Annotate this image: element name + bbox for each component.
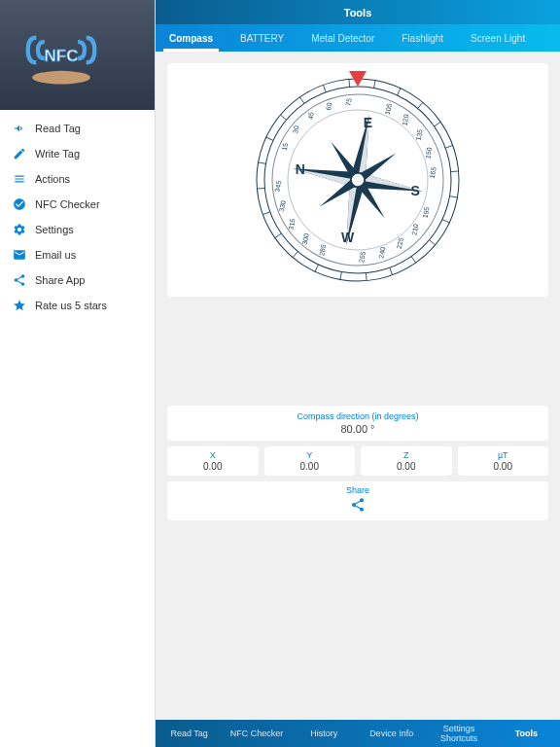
svg-text:E: E [364,115,372,130]
share-card[interactable]: Share [167,481,548,520]
sidebar-item-share-app[interactable]: Share App [0,267,155,293]
sidebar-item-write-tag[interactable]: Write Tag [0,141,155,166]
sidebar-item-label: Settings [35,224,74,235]
check-icon [12,196,27,212]
compass-card: 1530456075105120135150165195210225240255… [167,63,548,297]
bottom-history[interactable]: History [291,729,358,738]
sidebar-item-label: Actions [35,173,70,185]
sidebar-item-label: Rate us 5 stars [35,300,107,311]
svg-text:30: 30 [292,125,299,134]
share-icon [171,497,544,516]
sidebar: NFC Read Tag Write Tag Actions NFC Check… [0,0,156,747]
sidebar-item-label: Share App [35,274,85,286]
tab-metal-detector[interactable]: Metal Detector [298,24,388,52]
sidebar-header: NFC [0,0,155,110]
sidebar-item-settings[interactable]: Settings [0,217,155,242]
list-icon [12,171,27,187]
bottom-tools[interactable]: Tools [493,729,560,738]
main: Tools Compass BATTERY Metal Detector Fla… [156,0,560,747]
bottom-device-info[interactable]: Device Info [358,729,425,738]
share-icon [12,272,27,288]
sidebar-item-label: Read Tag [35,123,81,134]
svg-text:W: W [341,230,355,245]
svg-point-1 [32,71,90,85]
sidebar-item-read-tag[interactable]: Read Tag [0,116,155,141]
tab-flashlight[interactable]: Flashlight [388,24,457,52]
svg-text:60: 60 [325,102,332,111]
reading-z: Z0.00 [361,446,452,476]
sidebar-item-label: Email us [35,249,76,261]
svg-text:75: 75 [344,97,352,106]
bottom-read-tag[interactable]: Read Tag [156,729,223,738]
sidebar-item-rate-us[interactable]: Rate us 5 stars [0,293,155,318]
readings-row: X0.00 Y0.00 Z0.00 µT0.00 [167,446,548,476]
megaphone-icon [12,121,27,136]
direction-label: Compass direction (in degrees) [173,411,542,421]
tabs: Compass BATTERY Metal Detector Flashligh… [156,24,560,52]
page-header: Tools [156,0,560,24]
sidebar-item-label: Write Tag [35,148,80,160]
mail-icon [12,247,27,263]
compass-pointer-icon [349,71,367,87]
svg-text:S: S [410,183,419,198]
share-label: Share [171,485,544,495]
sidebar-item-label: NFC Checker [35,198,100,210]
sidebar-item-nfc-checker[interactable]: NFC Checker [0,192,155,217]
reading-y: Y0.00 [264,446,356,476]
reading-ut: µT0.00 [458,446,549,476]
content: 1530456075105120135150165195210225240255… [156,52,560,720]
bottom-nav: Read Tag NFC Checker History Device Info… [156,720,560,747]
svg-text:15: 15 [281,142,289,151]
gear-icon [12,222,27,237]
compass-face: 1530456075105120135150165195210225240255… [251,73,465,287]
bottom-nfc-checker[interactable]: NFC Checker [223,729,290,738]
tab-screen-light[interactable]: Screen Light [457,24,539,52]
sidebar-item-email-us[interactable]: Email us [0,242,155,267]
reading-x: X0.00 [167,446,259,476]
direction-value: 80.00 ° [173,423,542,435]
bottom-settings-shortcuts[interactable]: Settings Shortcuts [425,724,492,743]
page-title: Tools [344,7,372,18]
svg-text:NFC: NFC [44,46,78,65]
write-icon [12,146,27,161]
sidebar-items: Read Tag Write Tag Actions NFC Checker S… [0,110,155,324]
star-icon [12,298,27,313]
svg-text:N: N [296,161,305,177]
svg-text:45: 45 [307,111,315,120]
tab-battery[interactable]: BATTERY [227,24,298,52]
tab-compass[interactable]: Compass [156,24,227,52]
nfc-logo: NFC [18,29,105,88]
sidebar-item-actions[interactable]: Actions [0,166,155,192]
compass-widget: 1530456075105120135150165195210225240255… [251,73,465,287]
direction-card: Compass direction (in degrees) 80.00 ° [167,406,548,441]
